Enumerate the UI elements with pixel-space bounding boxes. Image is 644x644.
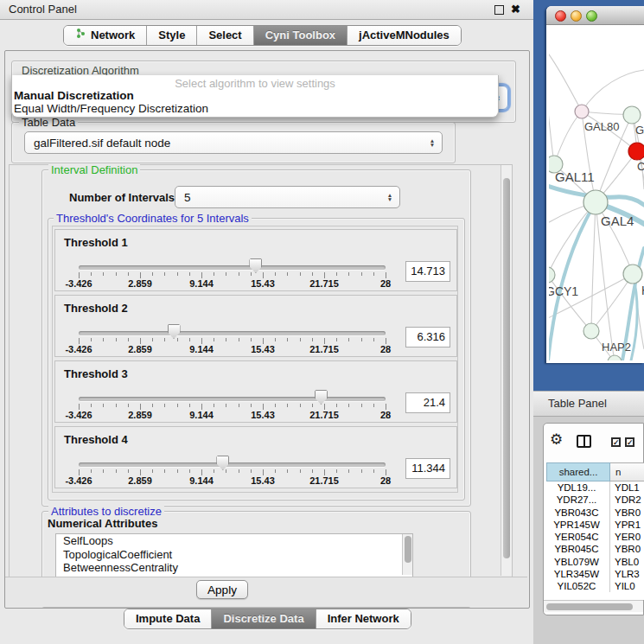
- slider-track[interactable]: [79, 265, 386, 270]
- attributes-list-scrollbar[interactable]: [402, 534, 412, 575]
- tab-cyni-toolbox[interactable]: Cyni Toolbox: [254, 26, 348, 45]
- algorithm-dropdown-popup: Select algorithm to view settings Manual…: [11, 75, 499, 118]
- dropdown-item-equal-width-frequency[interactable]: Equal Width/Frequency Discretization: [14, 102, 208, 115]
- node-right-mid[interactable]: [623, 265, 642, 284]
- tick-mark: [103, 272, 104, 276]
- apply-button[interactable]: Apply: [196, 580, 248, 599]
- tick-mark: [300, 404, 301, 407]
- threshold-value-field[interactable]: 6.316: [405, 327, 450, 348]
- tick-mark: [79, 272, 80, 278]
- cell-name: YER0: [610, 531, 641, 543]
- network-canvas[interactable]: GAL80GACGAL11GAL4GCY1HHAP2: [549, 25, 644, 360]
- bottom-tab-infer-network[interactable]: Infer Network: [316, 609, 411, 628]
- slider-thumb[interactable]: [249, 258, 262, 273]
- table-row[interactable]: YBR043CYBR0: [544, 507, 644, 519]
- table-rows[interactable]: YDL19...YDL1YDR27...YDR2YBR043CYBR0YPR14…: [544, 481, 644, 600]
- node-label: GCY1: [549, 284, 578, 298]
- node-gal4[interactable]: [583, 190, 608, 214]
- slider-track[interactable]: [79, 397, 386, 401]
- number-of-intervals-combobox[interactable]: 5 ▲ ▼: [175, 186, 400, 208]
- tick-mark: [312, 272, 313, 276]
- table-row[interactable]: YIL052CYIL0: [544, 580, 644, 592]
- table-panel-titlebar[interactable]: Table Panel: [533, 391, 644, 417]
- network-icon: [75, 26, 86, 45]
- slider-thumb[interactable]: [315, 390, 328, 405]
- tab-network[interactable]: Network: [64, 26, 147, 45]
- scrollbar-thumb[interactable]: [546, 603, 633, 610]
- dropdown-item-manual-discretization[interactable]: Manual Discretization: [14, 89, 134, 102]
- node-hap2[interactable]: [583, 323, 599, 339]
- threshold-value-field[interactable]: 21.4: [405, 392, 450, 413]
- zoom-traffic-light-icon[interactable]: [586, 10, 597, 22]
- table-horizontal-scrollbar[interactable]: [544, 600, 643, 612]
- panel-vertical-scrollbar[interactable]: [501, 165, 512, 576]
- tick-mark: [287, 272, 288, 276]
- network-graph[interactable]: GAL80GACGAL11GAL4GCY1HHAP2: [549, 25, 644, 360]
- tick-label: 21.715: [309, 475, 339, 486]
- column-header-shared[interactable]: shared...: [546, 462, 610, 481]
- tick-mark: [300, 338, 301, 341]
- threshold-value-field[interactable]: 11.344: [405, 458, 450, 479]
- table-data-combobox-value: galFiltered.sif default node: [25, 137, 426, 150]
- tick-mark: [189, 404, 190, 407]
- table-row[interactable]: YDL19...YDL1: [544, 481, 644, 494]
- columns-icon[interactable]: [577, 435, 591, 448]
- stepper-arrows-icon[interactable]: ▲ ▼: [384, 193, 396, 201]
- slider-thumb[interactable]: [216, 456, 229, 470]
- numerical-attributes-list[interactable]: SelfLoopsTopologicalCoefficientBetweenne…: [55, 533, 413, 577]
- slider-track[interactable]: [79, 331, 386, 335]
- node-gcy1[interactable]: [549, 267, 555, 283]
- tick-mark: [324, 404, 325, 410]
- tick-mark: [239, 272, 239, 276]
- gear-icon[interactable]: ⚙: [550, 432, 563, 447]
- float-icon[interactable]: [494, 5, 504, 15]
- table-row[interactable]: YLR345WYLR3: [544, 568, 644, 580]
- checkbox-icon[interactable]: ✓: [625, 437, 634, 447]
- tick-mark: [336, 272, 337, 276]
- bottom-tab-group: Impute DataDiscretize DataInfer Network: [124, 609, 411, 629]
- stepper-arrows-icon[interactable]: ▲ ▼: [426, 138, 438, 147]
- tab-select[interactable]: Select: [197, 26, 253, 45]
- tick-mark: [386, 404, 386, 410]
- tick-label: 15.43: [251, 410, 275, 420]
- tick-mark: [336, 338, 337, 341]
- checkbox-icon[interactable]: ✓: [611, 437, 621, 447]
- cell-name: YBR0: [610, 543, 641, 555]
- slider-thumb[interactable]: [168, 324, 181, 339]
- table-row[interactable]: YPR145WYPR1: [544, 519, 644, 531]
- cell-shared-name: YDR27...: [544, 494, 610, 506]
- cell-name: YIL0: [610, 580, 635, 592]
- node-label: GA: [635, 124, 644, 137]
- list-item[interactable]: BetweennessCentrality: [56, 561, 412, 575]
- table-row[interactable]: YER054CYER0: [544, 531, 644, 543]
- tab-style[interactable]: Style: [147, 26, 197, 45]
- bottom-tab-discretize-data[interactable]: Discretize Data: [212, 609, 316, 628]
- list-item[interactable]: TopologicalCoefficient: [56, 548, 412, 562]
- bottom-tab-impute-data[interactable]: Impute Data: [124, 609, 212, 628]
- close-icon[interactable]: ✖: [511, 2, 520, 17]
- edge: [549, 51, 582, 112]
- node-upper-right[interactable]: [623, 106, 641, 124]
- tick-label: 2.859: [128, 475, 152, 486]
- table-row[interactable]: YDR27...YDR2: [544, 494, 644, 506]
- node-gal80[interactable]: [575, 105, 589, 118]
- tick-mark: [103, 338, 104, 341]
- close-traffic-light-icon[interactable]: [555, 10, 566, 22]
- column-header-name[interactable]: n: [610, 462, 644, 481]
- tab-label: Network: [91, 26, 135, 45]
- minimize-traffic-light-icon[interactable]: [571, 10, 582, 22]
- tab-jactivemnodules[interactable]: jActiveMNodules: [348, 26, 461, 45]
- scrollbar-thumb[interactable]: [503, 178, 510, 558]
- table-row[interactable]: YBL079WYBL0: [544, 556, 644, 568]
- cell-name: YPR1: [610, 519, 641, 531]
- slider-track[interactable]: [79, 462, 386, 467]
- table-row[interactable]: YBR045CYBR0: [544, 543, 644, 555]
- scrollbar-thumb[interactable]: [405, 536, 411, 563]
- cell-name: YLR3: [610, 568, 640, 580]
- threshold-value-field[interactable]: 14.713: [405, 261, 450, 282]
- table-data-combobox[interactable]: galFiltered.sif default node ▲ ▼: [24, 131, 443, 154]
- node-red[interactable]: [628, 143, 644, 160]
- edge: [549, 275, 591, 331]
- network-window-titlebar[interactable]: [546, 6, 644, 25]
- list-item[interactable]: SelfLoops: [56, 534, 412, 548]
